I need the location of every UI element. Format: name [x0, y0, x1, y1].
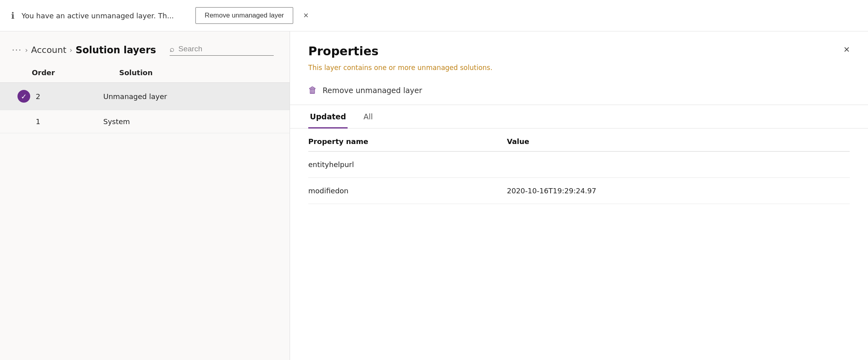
breadcrumb-account[interactable]: Account: [31, 45, 66, 55]
info-icon: ℹ: [11, 11, 14, 21]
table-header: Order Solution: [0, 63, 290, 83]
prop-row: entityhelpurl: [308, 152, 850, 178]
remove-layer-label: Remove unmanaged layer: [323, 86, 422, 95]
notification-text: You have an active unmanaged layer. Th..…: [21, 12, 188, 20]
breadcrumb-current: Solution layers: [75, 45, 156, 56]
row-solution: System: [103, 117, 274, 126]
properties-subtitle: This layer contains one or more unmanage…: [290, 62, 868, 80]
solution-layers-table: Order Solution ✓ 2 Unmanaged layer 1 Sys…: [0, 63, 290, 360]
prop-value: 2020-10-16T19:29:24.97: [507, 187, 850, 195]
chevron-icon-1: ›: [25, 46, 28, 54]
tab-updated[interactable]: Updated: [308, 105, 348, 128]
left-panel: ··· › Account › Solution layers ⌕ Order …: [0, 31, 290, 360]
tab-all[interactable]: All: [362, 105, 375, 128]
breadcrumb-row: ··· › Account › Solution layers ⌕: [0, 31, 290, 63]
trash-icon: 🗑: [308, 85, 317, 95]
notification-remove-button[interactable]: Remove unmanaged layer: [195, 7, 293, 24]
remove-layer-row[interactable]: 🗑 Remove unmanaged layer: [290, 80, 868, 105]
col-header-property-name: Property name: [308, 137, 507, 146]
prop-name: modifiedon: [308, 187, 507, 195]
properties-panel: Properties × This layer contains one or …: [290, 31, 868, 360]
prop-row: modifiedon 2020-10-16T19:29:24.97: [308, 178, 850, 204]
table-row[interactable]: 1 System: [0, 110, 290, 133]
main-content: ··· › Account › Solution layers ⌕ Order …: [0, 31, 868, 360]
properties-header: Properties ×: [290, 31, 868, 62]
notification-close-button[interactable]: ×: [300, 9, 312, 22]
table-row[interactable]: ✓ 2 Unmanaged layer: [0, 83, 290, 110]
breadcrumb: ··· › Account › Solution layers: [12, 45, 156, 56]
row-solution: Unmanaged layer: [103, 92, 274, 101]
notification-bar: ℹ You have an active unmanaged layer. Th…: [0, 0, 868, 31]
col-header-order: Order: [32, 68, 119, 77]
prop-name: entityhelpurl: [308, 160, 507, 169]
search-input[interactable]: [178, 45, 274, 53]
properties-title: Properties: [308, 44, 379, 58]
col-header-value: Value: [507, 137, 850, 146]
search-container: ⌕: [170, 44, 274, 56]
col-header-solution: Solution: [119, 68, 274, 77]
breadcrumb-dots[interactable]: ···: [12, 45, 22, 55]
properties-close-button[interactable]: ×: [841, 44, 852, 54]
search-icon: ⌕: [170, 44, 174, 54]
row-check: ✓: [16, 90, 32, 103]
props-table-header: Property name Value: [308, 128, 850, 152]
tabs-row: Updated All: [290, 105, 868, 128]
chevron-icon-2: ›: [70, 46, 72, 54]
row-order: 1: [32, 117, 103, 126]
properties-table: Property name Value entityhelpurl modifi…: [290, 128, 868, 204]
check-circle: ✓: [17, 90, 30, 103]
row-order: 2: [32, 92, 103, 101]
